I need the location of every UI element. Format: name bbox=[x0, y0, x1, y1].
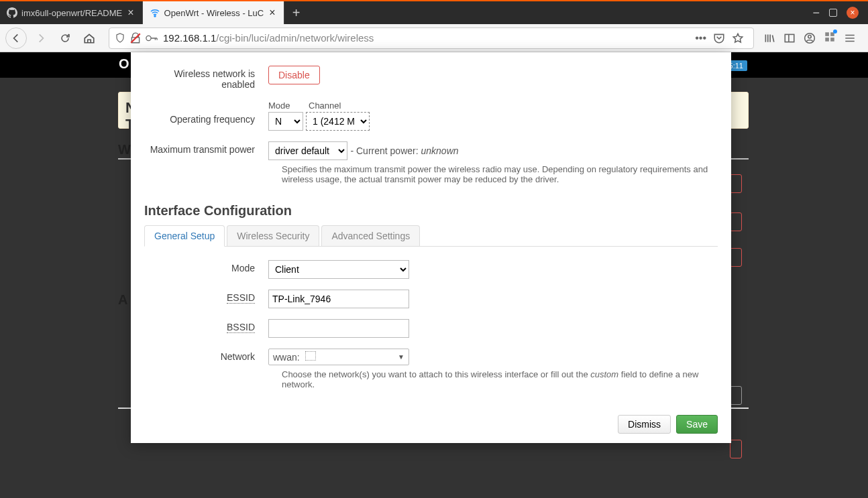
account-icon[interactable] bbox=[804, 32, 816, 44]
channel-select[interactable]: 1 (2412 Mhz) bbox=[306, 112, 370, 131]
page-content: O 5:11 N T W A Wireless network is enabl… bbox=[0, 52, 868, 498]
openwrt-logo: O bbox=[119, 56, 129, 72]
txpower-hint: Specifies the maximum transmit power the… bbox=[268, 164, 718, 184]
window-controls: − × bbox=[812, 1, 868, 24]
wireless-config-modal: Wireless network is enabled Disable Oper… bbox=[131, 52, 731, 443]
close-icon[interactable]: × bbox=[126, 7, 135, 19]
new-tab-button[interactable]: + bbox=[284, 1, 309, 24]
back-button[interactable] bbox=[5, 27, 27, 49]
close-icon[interactable]: × bbox=[268, 7, 276, 19]
svg-rect-7 bbox=[825, 32, 829, 36]
wifi-icon bbox=[150, 7, 160, 18]
bssid-label: BSSID bbox=[144, 319, 268, 338]
essid-label: ESSID bbox=[144, 290, 268, 308]
browser-tab-github[interactable]: imx6ull-openwrt/README × bbox=[0, 1, 143, 24]
network-hint: Choose the network(s) you want to attach… bbox=[268, 369, 718, 389]
tab-wireless-security[interactable]: Wireless Security bbox=[227, 225, 319, 246]
bookmark-star-icon[interactable] bbox=[732, 32, 744, 44]
modal-footer: Dismiss Save bbox=[144, 415, 718, 434]
svg-point-6 bbox=[808, 35, 812, 38]
browser-tab-openwrt[interactable]: OpenWrt - Wireless - LuC × bbox=[143, 1, 284, 24]
minimize-icon[interactable]: − bbox=[812, 6, 820, 20]
network-select[interactable]: wwan: ▼ bbox=[268, 349, 409, 365]
save-button[interactable]: Save bbox=[676, 415, 718, 434]
network-label: Network bbox=[144, 349, 268, 389]
network-device-icon bbox=[305, 351, 316, 361]
bssid-input[interactable] bbox=[268, 319, 409, 338]
channel-sublabel: Channel bbox=[309, 101, 341, 111]
operating-frequency-label: Operating frequency bbox=[144, 101, 268, 131]
svg-point-2 bbox=[146, 36, 151, 40]
mode-sublabel: Mode bbox=[268, 101, 302, 111]
tab-title: OpenWrt - Wireless - LuC bbox=[164, 8, 264, 18]
library-icon[interactable] bbox=[763, 32, 775, 44]
more-icon[interactable]: ••• bbox=[695, 32, 706, 44]
svg-point-0 bbox=[154, 15, 156, 17]
github-icon bbox=[7, 7, 17, 18]
forward-button[interactable] bbox=[31, 28, 51, 48]
url-bar[interactable]: 192.168.1.1/cgi-bin/luci/admin/network/w… bbox=[109, 27, 754, 49]
iface-mode-select[interactable]: Client bbox=[268, 260, 409, 279]
sidebar-icon[interactable] bbox=[783, 32, 796, 44]
maximize-icon[interactable] bbox=[829, 9, 837, 17]
hwmode-select[interactable]: N bbox=[268, 112, 303, 131]
shield-icon[interactable] bbox=[115, 33, 125, 44]
dismiss-button[interactable]: Dismiss bbox=[618, 415, 671, 434]
reload-button[interactable] bbox=[55, 28, 75, 48]
interface-tabs: General Setup Wireless Security Advanced… bbox=[144, 225, 718, 247]
svg-rect-10 bbox=[830, 38, 834, 42]
essid-input[interactable] bbox=[268, 290, 409, 308]
key-icon[interactable] bbox=[146, 34, 158, 43]
disable-button[interactable]: Disable bbox=[268, 66, 320, 84]
extensions-icon[interactable] bbox=[824, 31, 836, 46]
tab-general-setup[interactable]: General Setup bbox=[144, 225, 225, 247]
svg-rect-3 bbox=[785, 34, 794, 42]
pocket-icon[interactable] bbox=[713, 32, 725, 44]
txpower-current: - Current power: unknown bbox=[350, 145, 458, 156]
interface-config-title: Interface Configuration bbox=[144, 203, 718, 219]
browser-tab-bar: imx6ull-openwrt/README × OpenWrt - Wirel… bbox=[0, 0, 868, 24]
svg-rect-9 bbox=[825, 38, 829, 42]
home-button[interactable] bbox=[79, 28, 99, 48]
iface-mode-label: Mode bbox=[144, 260, 268, 279]
url-text: 192.168.1.1/cgi-bin/luci/admin/network/w… bbox=[163, 32, 686, 44]
close-window-icon[interactable]: × bbox=[847, 7, 859, 19]
tab-title: imx6ull-openwrt/README bbox=[21, 8, 122, 18]
insecure-lock-icon[interactable] bbox=[129, 32, 142, 44]
txpower-select[interactable]: driver default bbox=[268, 141, 347, 160]
menu-icon[interactable] bbox=[844, 32, 856, 44]
browser-toolbar: 192.168.1.1/cgi-bin/luci/admin/network/w… bbox=[0, 24, 868, 52]
wifi-status-label: Wireless network is enabled bbox=[144, 66, 268, 90]
tab-advanced-settings[interactable]: Advanced Settings bbox=[321, 225, 420, 246]
txpower-label: Maximum transmit power bbox=[144, 141, 268, 184]
